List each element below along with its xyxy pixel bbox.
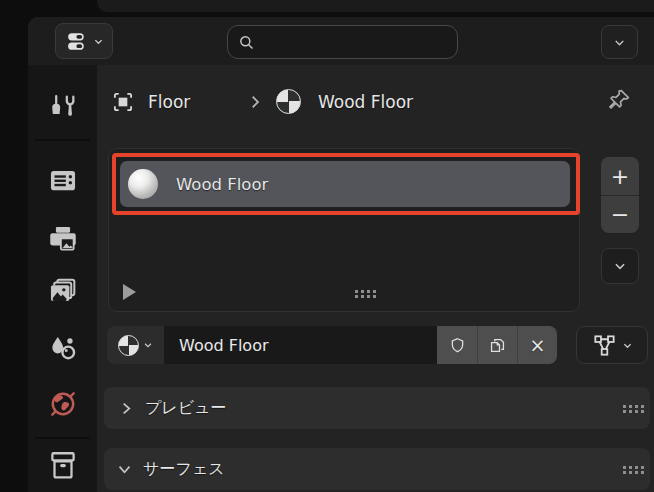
- properties-header: [28, 17, 654, 65]
- editor-type-dropdown[interactable]: [55, 23, 113, 59]
- collection-box-icon: [46, 449, 80, 483]
- view-layer-icon: [46, 274, 80, 308]
- panel-label: プレビュー: [145, 398, 227, 419]
- material-name-field[interactable]: [165, 326, 437, 364]
- node-tree-icon: [592, 333, 617, 358]
- material-slot-item[interactable]: Wood Floor: [120, 161, 570, 207]
- tab-tool[interactable]: [44, 89, 82, 127]
- add-slot-button[interactable]: +: [601, 157, 639, 195]
- render-icon: [46, 164, 80, 198]
- search-input[interactable]: [262, 34, 442, 50]
- search-box[interactable]: [227, 25, 458, 59]
- scene-icon: [46, 331, 80, 365]
- material-slot-name: Wood Floor: [176, 175, 268, 194]
- plus-icon: +: [611, 164, 629, 189]
- pin-icon[interactable]: [605, 87, 632, 114]
- slot-specials-dropdown[interactable]: [601, 248, 639, 284]
- close-icon: ×: [530, 334, 546, 356]
- panel-label: サーフェス: [143, 459, 225, 480]
- tab-world[interactable]: [44, 385, 82, 423]
- remove-slot-button[interactable]: −: [601, 195, 639, 233]
- tab-render[interactable]: [44, 162, 82, 200]
- tab-view-layer[interactable]: [44, 272, 82, 310]
- material-icon: [118, 335, 139, 356]
- duplicate-icon: [488, 336, 507, 355]
- breadcrumb-object-label: Floor: [148, 89, 190, 115]
- chevron-down-icon: [613, 259, 627, 273]
- fake-user-button[interactable]: [437, 326, 477, 364]
- properties-tab-bar: [28, 65, 97, 492]
- tab-separator: [35, 139, 90, 141]
- tab-output[interactable]: [44, 220, 82, 258]
- breadcrumb: Floor Wood Floor: [110, 89, 630, 115]
- browse-material-dropdown[interactable]: [107, 326, 165, 364]
- search-icon: [237, 33, 256, 52]
- panel-header-surface[interactable]: サーフェス: [104, 448, 650, 490]
- list-filter-toggle[interactable]: [123, 284, 136, 300]
- tab-separator: [35, 437, 90, 439]
- chevron-down-icon: [93, 36, 104, 47]
- material-preview-ball: [128, 169, 158, 199]
- chevron-right-icon: [246, 93, 264, 111]
- chevron-right-icon: [118, 400, 135, 417]
- unlink-button[interactable]: ×: [517, 326, 557, 364]
- properties-editor: Floor Wood Floor Wood Floor + −: [28, 17, 654, 492]
- editor-above-edge: [97, 0, 654, 12]
- node-tree-dropdown[interactable]: [576, 326, 648, 364]
- chevron-down-icon: [116, 461, 133, 478]
- header-menu-button[interactable]: [601, 25, 638, 59]
- printer-icon: [46, 222, 80, 256]
- panel-drag-grip[interactable]: [623, 405, 626, 408]
- shield-icon: [448, 336, 467, 355]
- world-globe-icon: [46, 387, 80, 421]
- object-icon: [110, 89, 136, 115]
- material-icon: [276, 89, 301, 114]
- tool-icon: [46, 91, 80, 125]
- properties-editor-icon: [65, 29, 90, 54]
- breadcrumb-material-label: Wood Floor: [318, 89, 413, 115]
- new-material-button[interactable]: [477, 326, 517, 364]
- chevron-down-icon: [613, 36, 626, 49]
- minus-icon: −: [611, 202, 629, 227]
- panel-header-preview[interactable]: プレビュー: [104, 387, 650, 429]
- tab-scene[interactable]: [44, 329, 82, 367]
- slot-add-remove-group: + −: [601, 157, 639, 233]
- panel-drag-grip[interactable]: [623, 466, 626, 469]
- chevron-down-icon: [622, 340, 633, 351]
- chevron-down-icon: [143, 340, 153, 350]
- tab-collection[interactable]: [44, 447, 82, 485]
- list-resize-grip[interactable]: [355, 290, 358, 293]
